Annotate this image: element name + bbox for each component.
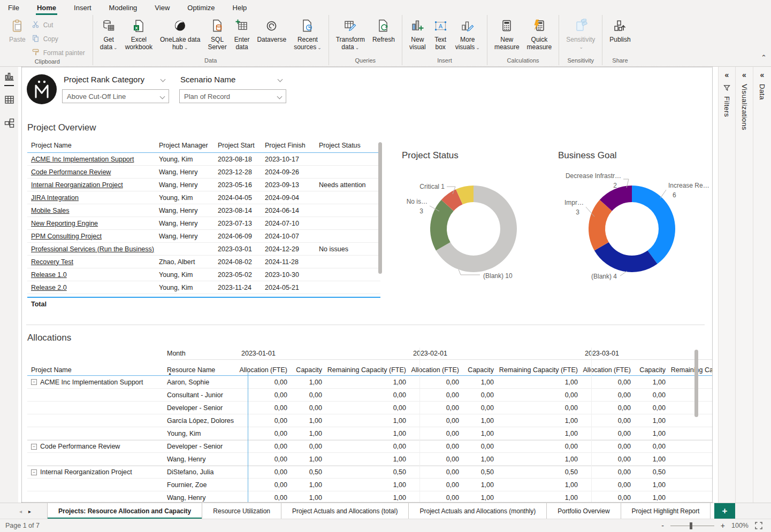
value-column-header[interactable]: Allocation (FTE) — [582, 366, 633, 374]
visualizations-panel-label[interactable]: Visualizations — [741, 84, 749, 130]
slicer-project-rank-dropdown[interactable]: Above Cut-Off Line — [62, 89, 169, 103]
expand-filters-icon[interactable]: « — [725, 71, 729, 79]
project-link[interactable]: Code Performance Review — [31, 168, 111, 176]
publish-button[interactable]: Publish — [606, 17, 634, 51]
project-name-cell[interactable]: Release 2.0 — [27, 284, 159, 291]
new-page-button[interactable]: + — [714, 503, 735, 519]
allocation-row[interactable]: Fournier, Zoe0,001,001,000,001,001,000,0… — [27, 479, 713, 491]
chevron-down-icon[interactable] — [278, 77, 283, 82]
report-view-button[interactable] — [0, 67, 18, 90]
zoom-slider[interactable] — [670, 526, 714, 526]
collapse-group-icon[interactable]: − — [31, 444, 37, 450]
page-tab[interactable]: Resource Utilization — [202, 503, 281, 519]
sql-server-button[interactable]: SQL Server — [204, 17, 230, 51]
slicer-scenario-dropdown[interactable]: Plan of Record — [179, 89, 286, 103]
value-column-header[interactable]: Capacity — [289, 366, 323, 374]
next-page-arrow[interactable]: ▸ — [28, 508, 31, 514]
text-box-button[interactable]: A Text box — [430, 17, 452, 51]
allocation-row[interactable]: Wang, Henry0,001,001,000,001,001,000,001… — [27, 491, 713, 503]
refresh-button[interactable]: Refresh — [369, 17, 399, 51]
page-tab[interactable]: Project Actuals and Allocations (total) — [281, 503, 409, 519]
allocation-row[interactable]: Consultant - Junior0,000,000,000,000,000… — [27, 389, 713, 402]
allocation-row[interactable]: Young, Kim0,001,001,000,001,001,000,001,… — [27, 427, 713, 440]
collapse-ribbon-icon[interactable]: ⌃ — [761, 53, 767, 61]
project-name-cell[interactable]: Code Performance Review — [27, 168, 159, 176]
zoom-slider-handle[interactable] — [690, 522, 692, 529]
copy-button[interactable]: Copy — [32, 34, 85, 44]
allocation-row[interactable]: Developer - Senior0,000,000,000,000,000,… — [27, 402, 713, 414]
project-name-cell[interactable]: ACME Inc Implementation Support — [27, 156, 159, 163]
project-link[interactable]: Release 1.0 — [31, 271, 67, 279]
resource-name-column-header[interactable]: Resource Name▲ — [167, 366, 239, 374]
value-column-header[interactable]: Allocation (FTE) — [239, 366, 289, 374]
menu-item-file[interactable]: File — [8, 0, 19, 15]
transform-data-button[interactable]: Transform data⌄ — [332, 17, 369, 51]
sensitivity-button[interactable]: Sensitivity ⌄ — [562, 17, 599, 51]
overview-scrollbar[interactable] — [378, 142, 382, 274]
page-tab[interactable]: Portfolio Overview — [547, 503, 621, 519]
cut-button[interactable]: Cut — [32, 20, 85, 30]
menu-item-home[interactable]: Home — [37, 0, 56, 15]
table-row[interactable]: Internal Reorganization ProjectWang, Hen… — [27, 179, 380, 191]
project-link[interactable]: Recovery Test — [31, 258, 73, 266]
prev-page-arrow[interactable]: ◂ — [19, 508, 22, 514]
allocation-row[interactable]: −ACME Inc Implementation SupportAaron, S… — [27, 376, 713, 389]
new-visual-button[interactable]: New visual — [406, 17, 430, 51]
table-row[interactable]: New Reporting EngineWang, Henry2023-07-1… — [27, 217, 380, 230]
enter-data-button[interactable]: Enter data — [231, 17, 254, 51]
project-link[interactable]: JIRA Integration — [31, 194, 79, 202]
project-link[interactable]: Release 3.0 — [31, 297, 67, 297]
table-row[interactable]: Code Performance ReviewWang, Henry2023-1… — [27, 166, 380, 179]
table-row[interactable]: JIRA IntegrationYoung, Kim2024-04-052024… — [27, 191, 380, 204]
project-name-cell[interactable]: Professional Services (Run the Business) — [27, 245, 159, 253]
value-column-header[interactable]: Capacity — [461, 366, 495, 374]
menu-item-insert[interactable]: Insert — [74, 0, 91, 15]
donut-slice-1[interactable] — [594, 242, 658, 272]
zoom-out-button[interactable]: - — [661, 522, 664, 529]
allocation-row[interactable]: Wang, Henry0,001,001,000,001,001,000,001… — [27, 453, 713, 466]
recent-sources-button[interactable]: Recent sources⌄ — [290, 17, 325, 51]
onelake-data-hub-button[interactable]: OneLake data hub⌄ — [156, 17, 204, 51]
project-link[interactable]: ACME Inc Implementation Support — [31, 156, 134, 163]
filters-panel-label[interactable]: Filters — [723, 96, 731, 117]
excel-workbook-button[interactable]: X Excel workbook — [121, 17, 156, 51]
project-link[interactable]: New Reporting Engine — [31, 220, 98, 227]
project-name-cell[interactable]: JIRA Integration — [27, 194, 159, 202]
table-row[interactable]: Release 2.0Young, Kim2023-11-242024-05-2… — [27, 281, 380, 294]
value-column-header[interactable]: Remaining Capacity (FTE) — [323, 366, 410, 374]
allocations-scrollbar[interactable] — [694, 350, 698, 417]
table-row[interactable]: ACME Inc Implementation SupportYoung, Ki… — [27, 153, 380, 166]
menu-item-optimize[interactable]: Optimize — [187, 0, 215, 15]
quick-measure-button[interactable]: Quick measure — [523, 17, 556, 51]
allocation-row[interactable]: −Internal Reorganization ProjectDiStefan… — [27, 466, 713, 479]
menu-item-help[interactable]: Help — [233, 0, 247, 15]
project-link[interactable]: Internal Reorganization Project — [31, 181, 123, 189]
allocation-row[interactable]: García López, Dolores0,001,001,000,001,0… — [27, 414, 713, 427]
paste-button[interactable]: Paste — [5, 17, 29, 43]
expand-visualizations-icon[interactable]: « — [742, 71, 746, 79]
menu-item-modeling[interactable]: Modeling — [109, 0, 138, 15]
page-tab[interactable]: Project Highlight Report — [621, 503, 711, 519]
table-row[interactable]: PPM Consulting ProjectWang, Henry2024-06… — [27, 230, 380, 243]
get-data-button[interactable]: Get data⌄ — [96, 17, 121, 51]
project-link[interactable]: Release 2.0 — [31, 284, 67, 291]
table-view-button[interactable] — [0, 90, 18, 114]
value-column-header[interactable]: Capacity — [633, 366, 667, 374]
chevron-down-icon[interactable] — [161, 77, 166, 82]
project-name-cell[interactable]: Mobile Sales — [27, 207, 159, 214]
format-painter-button[interactable]: Format painter — [32, 48, 85, 58]
project-name-cell[interactable]: Release 1.0 — [27, 271, 159, 279]
new-measure-button[interactable]: New measure — [491, 17, 523, 51]
value-column-header[interactable]: Remaining Capacity (FTE) — [667, 366, 713, 374]
allocation-row[interactable]: −Code Performance ReviewDeveloper - Seni… — [27, 440, 713, 453]
project-link[interactable]: PPM Consulting Project — [31, 233, 102, 240]
project-name-cell[interactable]: New Reporting Engine — [27, 220, 159, 227]
project-name-cell[interactable]: Internal Reorganization Project — [27, 181, 159, 189]
collapse-group-icon[interactable]: − — [31, 379, 37, 385]
donut-slice-0[interactable] — [632, 186, 675, 264]
menu-item-view[interactable]: View — [155, 0, 170, 15]
project-link[interactable]: Mobile Sales — [31, 207, 70, 214]
zoom-in-button[interactable]: + — [721, 522, 725, 529]
expand-data-icon[interactable]: « — [760, 71, 765, 79]
page-tab[interactable]: Project Actuals and Allocations (monthly… — [409, 503, 547, 519]
